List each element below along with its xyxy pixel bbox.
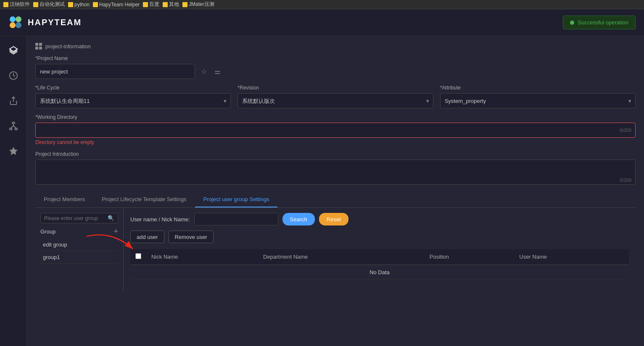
sidebar-item-star[interactable] <box>6 144 21 159</box>
working-dir-wrapper: 0/200 <box>35 123 636 138</box>
user-panel: User name / Nick Name: Search Reset add … <box>124 208 636 292</box>
group-search-input[interactable] <box>44 215 105 221</box>
working-dir-char-count: 0/200 <box>620 128 631 133</box>
content-area: project-information *Project Name ☆ ⚌ *L… <box>27 36 644 346</box>
user-search-row: User name / Nick Name: Search Reset <box>130 213 629 225</box>
search-button[interactable]: Search <box>282 213 315 225</box>
user-table: Nick Name Department Name Position User … <box>130 249 629 280</box>
table-header-position: Position <box>425 249 514 265</box>
working-dir-input[interactable] <box>35 123 636 138</box>
project-intro-wrapper: 0/200 <box>35 160 636 186</box>
project-intro-textarea[interactable] <box>35 160 636 185</box>
success-message: Successful operation <box>578 19 628 26</box>
clock-icon <box>9 71 18 80</box>
sidebar-item-clock[interactable] <box>6 68 21 83</box>
no-data-cell: No Data <box>130 265 629 280</box>
bookmark-item[interactable]: 百度 <box>143 1 159 8</box>
hierarchy-icon <box>9 121 18 131</box>
folder-icon <box>3 2 8 7</box>
lifecycle-select[interactable]: 系统默认生命周期11 <box>35 93 231 108</box>
svg-rect-7 <box>12 122 15 124</box>
remove-user-button[interactable]: Remove user <box>169 231 214 243</box>
section-header: project-information <box>35 43 636 50</box>
group-search-box[interactable]: 🔍 <box>40 213 118 223</box>
project-name-input[interactable] <box>35 64 195 79</box>
svg-marker-13 <box>9 147 17 155</box>
group-panel: 🔍 Group + edit group group1 <box>35 208 124 292</box>
bookmark-item[interactable]: 自动化测试 <box>33 1 65 8</box>
app-header: HAPYTEAM Successful operation <box>0 9 644 36</box>
success-dot-icon <box>570 21 574 25</box>
lifecycle-group: *Life Cycle 系统默认生命周期11 ▾ <box>35 85 231 108</box>
revision-select-wrapper: 系统默认版次 ▾ <box>238 93 433 108</box>
group-header: Group + <box>40 228 118 235</box>
tab-user-group-settings[interactable]: Project user group Settings <box>195 192 278 207</box>
reset-button[interactable]: Reset <box>319 213 348 225</box>
app-logo: HAPYTEAM <box>8 15 82 30</box>
table-header-username: User Name <box>514 249 629 265</box>
sidebar-item-hierarchy[interactable] <box>6 118 21 134</box>
revision-select[interactable]: 系统默认版次 <box>238 93 433 108</box>
table-no-data-row: No Data <box>130 265 629 280</box>
lifecycle-label: *Life Cycle <box>35 85 231 91</box>
svg-point-1 <box>16 16 21 22</box>
star-icon <box>9 147 18 156</box>
table-body: No Data <box>130 265 629 280</box>
bookmark-item[interactable]: 其他 <box>163 1 179 8</box>
grid-icon <box>35 43 42 50</box>
folder-icon <box>68 2 73 7</box>
project-name-group: *Project Name ☆ ⚌ <box>35 55 636 79</box>
table-header-checkbox-col <box>130 249 146 265</box>
bookmark-item[interactable]: HapyTeam Helper <box>93 2 140 8</box>
folder-icon <box>143 2 148 7</box>
project-name-row: ☆ ⚌ <box>35 64 636 79</box>
tab-project-members[interactable]: Project Members <box>35 192 93 207</box>
attribute-select-wrapper: System_property ▾ <box>440 93 636 108</box>
svg-point-3 <box>16 22 21 28</box>
svg-rect-8 <box>9 128 12 130</box>
attribute-label: *Attribute <box>440 85 636 91</box>
folder-icon <box>93 2 98 7</box>
sidebar-item-layers[interactable] <box>6 43 21 58</box>
working-dir-error: Directory cannot be empty <box>35 139 636 145</box>
sidebar <box>0 36 27 346</box>
folder-icon <box>33 2 38 7</box>
project-name-label: *Project Name <box>35 55 636 61</box>
layers-icon <box>9 46 18 55</box>
svg-point-0 <box>10 16 16 22</box>
working-dir-group: *Working Directory 0/200 Directory canno… <box>35 114 636 145</box>
table-header-nickname: Nick Name <box>146 249 258 265</box>
share-icon <box>9 96 18 105</box>
attribute-group: *Attribute System_property ▾ <box>440 85 636 108</box>
attribute-select[interactable]: System_property <box>440 93 636 108</box>
dropdowns-row: *Life Cycle 系统默认生命周期11 ▾ *Revision 系统默认版… <box>35 85 636 108</box>
project-intro-group: Project Introduction 0/200 <box>35 151 636 186</box>
select-all-checkbox[interactable] <box>135 253 141 259</box>
group-item-group1[interactable]: group1 <box>40 251 118 264</box>
success-notification: Successful operation <box>563 16 636 29</box>
svg-rect-9 <box>15 128 17 130</box>
group-label: Group <box>40 228 55 235</box>
user-search-input[interactable] <box>194 213 278 225</box>
svg-line-11 <box>11 126 13 128</box>
search-icon: 🔍 <box>108 215 114 221</box>
star-toggle-button[interactable]: ☆ <box>199 66 209 77</box>
bookmark-item[interactable]: python <box>68 2 90 8</box>
sidebar-item-share[interactable] <box>6 93 21 108</box>
main-layout: project-information *Project Name ☆ ⚌ *L… <box>0 36 644 346</box>
logo-icon <box>8 15 24 30</box>
group-item-edit-group[interactable]: edit group <box>40 239 118 251</box>
bookmark-item[interactable]: JMater压测 <box>182 1 214 8</box>
settings-toggle-button[interactable]: ⚌ <box>213 66 222 77</box>
working-dir-label: *Working Directory <box>35 114 636 120</box>
bookmark-item[interactable]: 汉纳软件 <box>3 1 30 8</box>
tab-lifecycle-template[interactable]: Project Lifecycle Template Settings <box>93 192 195 207</box>
table-header: Nick Name Department Name Position User … <box>130 249 629 265</box>
tab-content-user-group: 🔍 Group + edit group group1 <box>35 208 636 292</box>
add-user-button[interactable]: add user <box>130 231 164 243</box>
folder-icon <box>182 2 187 7</box>
action-row: add user Remove user <box>130 231 629 243</box>
add-group-button[interactable]: + <box>113 228 118 235</box>
tabs-bar: Project Members Project Lifecycle Templa… <box>35 192 636 208</box>
group-list: edit group group1 <box>40 239 118 264</box>
